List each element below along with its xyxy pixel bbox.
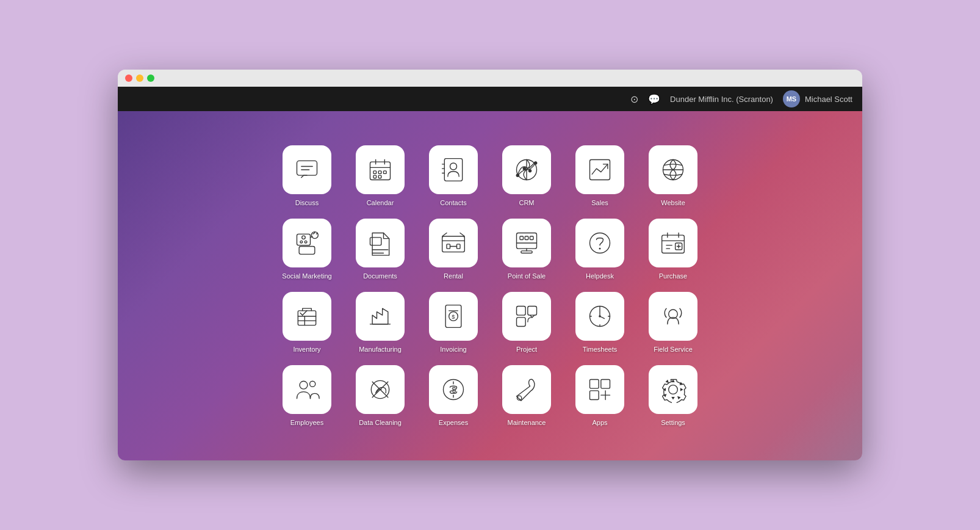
app-label-data-cleaning: Data Cleaning	[359, 419, 402, 426]
app-item-helpdesk[interactable]: Helpdesk	[569, 216, 630, 283]
app-item-calendar[interactable]: Calendar	[350, 142, 411, 209]
company-name: Dunder Mifflin Inc. (Scranton)	[670, 95, 773, 104]
app-label-timesheets: Timesheets	[583, 346, 617, 353]
svg-rect-87	[590, 391, 599, 400]
app-item-field-service[interactable]: Field Service	[643, 289, 704, 356]
app-label-contacts: Contacts	[440, 199, 466, 206]
app-label-manufacturing: Manufacturing	[359, 346, 402, 353]
svg-point-69	[599, 315, 601, 318]
app-label-point-of-sale: Point of Sale	[508, 272, 546, 280]
app-item-discuss[interactable]: Discuss	[276, 142, 337, 209]
app-item-manufacturing[interactable]: Manufacturing	[350, 289, 411, 356]
svg-rect-8	[378, 171, 381, 174]
svg-rect-32	[370, 238, 381, 245]
app-icon-contacts	[429, 145, 478, 194]
app-item-social-marketing[interactable]: Social Marketing	[276, 216, 337, 283]
app-icon-employees	[283, 365, 331, 414]
svg-point-75	[300, 381, 308, 389]
app-item-invoicing[interactable]: $Invoicing	[423, 289, 484, 356]
app-item-purchase[interactable]: Purchase	[643, 216, 704, 283]
app-icon-maintenance	[502, 365, 551, 414]
chat-icon[interactable]: 💬	[648, 93, 660, 105]
avatar: MS	[783, 90, 800, 107]
app-label-field-service: Field Service	[654, 346, 693, 353]
app-label-helpdesk: Helpdesk	[586, 272, 614, 280]
svg-rect-29	[299, 247, 315, 255]
app-item-contacts[interactable]: Contacts	[423, 142, 484, 209]
svg-rect-11	[378, 175, 381, 178]
svg-rect-86	[601, 380, 610, 389]
svg-point-28	[304, 241, 307, 243]
app-label-sales: Sales	[591, 199, 608, 206]
app-icon-point-of-sale	[502, 219, 551, 267]
app-label-website: Website	[661, 199, 685, 206]
app-icon-field-service	[649, 292, 697, 341]
app-icon-helpdesk	[575, 219, 624, 267]
svg-point-27	[300, 241, 303, 243]
app-icon-documents	[356, 219, 405, 267]
app-icon-manufacturing	[356, 292, 405, 341]
user-name: Michael Scott	[805, 95, 852, 104]
svg-line-37	[442, 233, 447, 237]
app-icon-social-marketing	[283, 219, 331, 267]
svg-rect-10	[373, 175, 377, 178]
app-item-maintenance[interactable]: Maintenance	[496, 362, 557, 429]
app-icon-purchase	[649, 219, 697, 267]
app-label-maintenance: Maintenance	[508, 419, 546, 426]
svg-rect-65	[517, 307, 526, 316]
svg-rect-9	[384, 171, 387, 174]
menubar: ⊙ 💬 Dunder Mifflin Inc. (Scranton) MS Mi…	[118, 87, 862, 111]
svg-rect-43	[525, 236, 528, 240]
app-label-apps: Apps	[592, 419, 607, 426]
svg-rect-85	[590, 380, 599, 389]
app-item-data-cleaning[interactable]: Data Cleaning	[350, 362, 411, 429]
minimize-button[interactable]	[136, 74, 143, 82]
app-icon-calendar	[356, 145, 405, 194]
svg-rect-0	[297, 161, 317, 175]
svg-rect-44	[530, 236, 534, 240]
app-item-sales[interactable]: Sales	[569, 142, 630, 209]
svg-point-76	[310, 381, 315, 387]
traffic-lights	[125, 74, 154, 82]
svg-point-45	[590, 233, 610, 253]
user-info[interactable]: MS Michael Scott	[783, 90, 852, 107]
app-label-inventory: Inventory	[293, 346, 320, 353]
main-content: DiscussCalendarContactsCRMSalesWebsiteSo…	[118, 111, 862, 460]
app-item-expenses[interactable]: $Expenses	[423, 362, 484, 429]
app-item-crm[interactable]: CRM	[496, 142, 557, 209]
svg-point-90	[669, 385, 678, 394]
app-label-purchase: Purchase	[659, 272, 687, 280]
maximize-button[interactable]	[147, 74, 154, 82]
app-label-expenses: Expenses	[439, 419, 468, 426]
app-icon-sales	[575, 145, 624, 194]
app-item-project[interactable]: Project	[496, 289, 557, 356]
close-button[interactable]	[125, 74, 132, 82]
app-icon-inventory	[283, 292, 331, 341]
svg-rect-34	[447, 244, 450, 249]
app-icon-project	[502, 292, 551, 341]
app-icon-website	[649, 145, 697, 194]
app-item-inventory[interactable]: Inventory	[276, 289, 337, 356]
app-item-website[interactable]: Website	[643, 142, 704, 209]
help-icon[interactable]: ⊙	[630, 93, 638, 105]
app-item-settings[interactable]: Settings	[643, 362, 704, 429]
app-icon-timesheets	[575, 292, 624, 341]
app-label-social-marketing: Social Marketing	[282, 272, 331, 280]
app-label-crm: CRM	[519, 199, 534, 206]
app-icon-apps	[575, 365, 624, 414]
svg-rect-66	[528, 307, 537, 316]
app-icon-crm	[502, 145, 551, 194]
app-label-project: Project	[516, 346, 537, 353]
app-icon-expenses: $	[429, 365, 478, 414]
app-item-apps[interactable]: Apps	[569, 362, 630, 429]
app-item-timesheets[interactable]: Timesheets	[569, 289, 630, 356]
app-item-employees[interactable]: Employees	[276, 362, 337, 429]
app-item-documents[interactable]: Documents	[350, 216, 411, 283]
app-item-rental[interactable]: Rental	[423, 216, 484, 283]
app-icon-data-cleaning	[356, 365, 405, 414]
app-label-documents: Documents	[363, 272, 397, 280]
app-item-point-of-sale[interactable]: Point of Sale	[496, 216, 557, 283]
svg-rect-22	[590, 160, 610, 180]
svg-rect-42	[520, 236, 524, 240]
svg-rect-35	[457, 244, 461, 249]
